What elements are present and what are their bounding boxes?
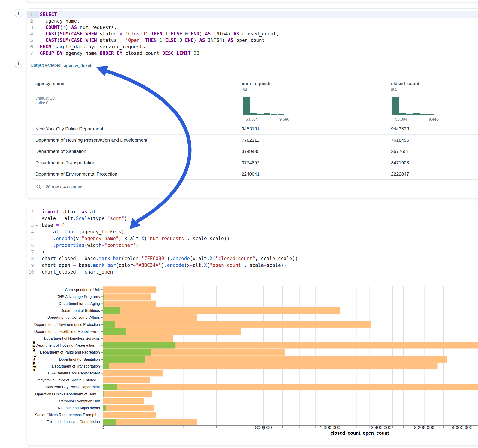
code-line: agency_name, (40, 18, 80, 24)
code-token-pl (182, 31, 185, 37)
table-cell: 7782211 (242, 137, 259, 143)
code-token-fn: .X (138, 236, 144, 241)
previous-cell-edge (26, 0, 478, 2)
histogram-bar (243, 97, 250, 115)
code-token-num: 0 (179, 37, 182, 43)
code-token-op: = (207, 236, 210, 241)
code-token-op: * (63, 25, 65, 30)
code-token-pl (162, 37, 165, 43)
code-token-pl (82, 31, 85, 37)
code-token-op: = (120, 31, 122, 37)
y-axis-label: Refunds and Adjustments (58, 406, 100, 410)
code-token-op: + (79, 269, 82, 275)
y-axis-label: New York City Police Department (45, 385, 100, 389)
table-row[interactable]: New York City Police Department945313194… (32, 123, 478, 134)
y-axis-label: HRA Benefit Card Replacement (48, 371, 100, 375)
code-token-pl (57, 12, 60, 17)
line-number: 2 (27, 18, 33, 24)
gutter-divider (39, 208, 39, 277)
code-line: scale = alt.Scale(type="sqrt") (42, 215, 127, 222)
bar-closed-count (103, 314, 197, 321)
code-token-pl: ( (144, 236, 147, 241)
search-icon[interactable] (36, 184, 41, 189)
bar-open-count (103, 321, 115, 328)
fold-chevron-icon[interactable] (36, 224, 39, 227)
code-token-pl (114, 50, 117, 56)
code-token-fn: .Chart (62, 229, 79, 235)
code-token-pl: status (97, 31, 120, 37)
bar-open-count (103, 349, 151, 356)
bar-closed-count (103, 384, 478, 390)
code-token-pl (182, 37, 185, 43)
code-token-op: = (79, 256, 82, 261)
bar-closed-count (103, 370, 163, 377)
line-number: 4 (27, 229, 34, 235)
code-token-num: 0 (185, 31, 188, 37)
active-line-highlight (27, 11, 478, 18)
code-token-pl (188, 31, 191, 37)
output-variable-pill[interactable]: agency_tickets (62, 62, 93, 69)
bar-closed-count (103, 419, 197, 425)
code-token-kw: CASE (71, 31, 82, 37)
code-token-pl: ) (161, 262, 164, 268)
table-row[interactable]: Department of Housing Preservation and D… (32, 134, 478, 146)
code-line: chart_closed + chart_open (42, 269, 113, 275)
bar-closed-count (103, 300, 156, 307)
code-token-pl: (x (190, 256, 195, 261)
table-row[interactable]: Department of Transportation377489234719… (32, 157, 478, 168)
code-token-fn: .encode (53, 236, 73, 241)
bar-open-count (103, 363, 109, 370)
y-axis-label: Department of Buildings (60, 309, 100, 312)
line-number: 2 (27, 215, 34, 222)
code-token-pl: altair (59, 209, 82, 215)
code-token-kw: as (82, 209, 87, 215)
table-row[interactable]: Department of Sanitation37494853677651 (32, 146, 478, 157)
altair-bar-chart: Correspondence UnitDHS Advantage Program… (0, 276, 478, 445)
line-number: 9 (27, 262, 34, 268)
histogram-bar (264, 113, 270, 116)
column-type: str (35, 87, 40, 92)
code-token-pl: INT64) (211, 31, 233, 37)
table-row[interactable]: Department of Environmental Protection22… (32, 168, 478, 180)
code-token-op: = (56, 222, 59, 228)
code-token-kw: END (191, 31, 199, 37)
divider (27, 60, 478, 60)
bar-open-count (103, 328, 126, 335)
code-token-pl: ) (199, 31, 205, 37)
column-stat: nulls: 0 (35, 101, 48, 106)
code-token-kw: AS (71, 25, 77, 30)
code-token-pl: base (42, 222, 56, 228)
line-number: 10 (27, 269, 34, 275)
line-number: 5 (27, 37, 33, 44)
y-axis-label: Department for the Aging (59, 302, 100, 305)
sql-cell: 1SELECT 2 agency_name,3 COUNT(*) AS num_… (26, 8, 478, 198)
result-table: agency_namestrunique: 20nulls: 0num_requ… (32, 77, 478, 180)
code-token-op: = (73, 262, 76, 268)
code-token-pl: (type (90, 216, 104, 221)
column-name[interactable]: agency_name (35, 81, 64, 86)
code-token-pl: ) (42, 249, 44, 255)
column-name[interactable]: closed_count (391, 81, 419, 86)
code-token-op: = (195, 256, 198, 261)
code-line: FROM sample_data.nyc.service_requests (40, 44, 145, 50)
add-cell-button-middle[interactable]: + (14, 60, 22, 68)
table-cell: Department of Environmental Protection (35, 171, 117, 177)
table-dimensions: 20 rows, 4 columns (46, 184, 83, 189)
code-token-pl: ( (207, 262, 210, 268)
code-token-str: "container" (104, 243, 136, 248)
code-token-pl (162, 31, 165, 37)
code-token-pl: ( (60, 25, 63, 30)
histogram-bar (278, 114, 284, 115)
code-token-pl: ) (167, 256, 170, 261)
column-name[interactable]: num_requests (242, 81, 272, 86)
y-axis-label: Department of Environmental Protection (34, 323, 100, 327)
code-token-fn: .mark_bar (90, 262, 116, 268)
table-cell: 3749485 (242, 149, 260, 154)
add-cell-button-top[interactable]: + (14, 9, 22, 17)
fold-chevron-icon[interactable] (35, 13, 38, 17)
bar-open-count (103, 356, 145, 362)
line-number: 6 (27, 44, 33, 50)
code-token-pl: alt (87, 209, 99, 215)
x-axis-label: 4,000,000 (452, 425, 472, 430)
code-line: chart_open = base.mark_bar(color="#8BC34… (42, 262, 287, 268)
